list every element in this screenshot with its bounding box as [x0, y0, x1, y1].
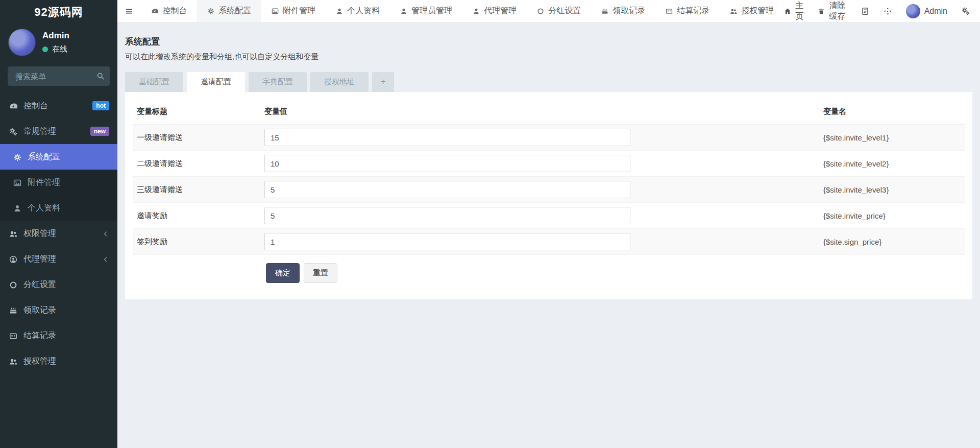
variable-name: {$site.invite_price} — [823, 211, 886, 220]
nav-tab-dividend[interactable]: 分红设置 — [527, 0, 591, 22]
reset-button[interactable]: 重置 — [304, 263, 337, 283]
gauge-icon — [151, 7, 158, 16]
variable-title: 签到奖励 — [133, 229, 260, 255]
hot-badge: hot — [92, 101, 109, 110]
table-row: 一级邀请赠送 {$site.invite_level1} — [133, 125, 965, 151]
chevron-left-icon — [102, 254, 109, 264]
sidebar-item-dashboard[interactable]: 控制台 hot — [0, 93, 117, 119]
nav-tab-admin-manage[interactable]: 管理员管理 — [390, 0, 462, 22]
page-title: 系统配置 — [125, 36, 972, 48]
nav-tab-profile[interactable]: 个人资料 — [326, 0, 390, 22]
variable-title: 三级邀请赠送 — [133, 177, 260, 203]
sidebar: 92源码网 Admin 在线 控制台 hot 常规管理 new — [0, 0, 117, 448]
nav-tab-settlement-records[interactable]: 结算记录 — [655, 0, 720, 22]
tab-content-panel: 变量标题 变量值 变量名 一级邀请赠送 {$site.invite_level1… — [125, 92, 972, 299]
cake-icon — [601, 7, 608, 16]
variable-value-input[interactable] — [264, 181, 630, 198]
tab-invite-config[interactable]: 邀请配置 — [187, 72, 245, 92]
user-icon — [13, 203, 21, 213]
variable-name: {$site.sign_price} — [823, 238, 881, 246]
sidebar-item-attachments[interactable]: 附件管理 — [0, 170, 117, 195]
user-name: Admin — [42, 31, 69, 41]
add-group-tab[interactable]: + — [372, 72, 394, 92]
language-button[interactable] — [861, 7, 869, 16]
table-row: 邀请奖励 {$site.invite_price} — [133, 203, 965, 229]
table-row: 二级邀请赠送 {$site.invite_level2} — [133, 151, 965, 177]
sidebar-menu: 控制台 hot 常规管理 new 系统配置 附件管理 个人资料 权限管理 — [0, 93, 117, 374]
sidebar-item-claim-records[interactable]: 领取记录 — [0, 297, 117, 323]
sidebar-item-profile[interactable]: 个人资料 — [0, 195, 117, 221]
user-icon — [336, 7, 343, 16]
nav-tab-dashboard[interactable]: 控制台 — [141, 0, 197, 22]
gear-icon — [207, 7, 214, 16]
users-icon — [9, 357, 17, 366]
image-icon — [272, 7, 279, 16]
user-panel: Admin 在线 — [0, 25, 117, 63]
table-row: 三级邀请赠送 {$site.invite_level3} — [133, 177, 965, 203]
user-menu[interactable]: Admin — [906, 4, 947, 18]
home-icon — [784, 7, 791, 16]
sidebar-submenu: 系统配置 附件管理 个人资料 — [0, 144, 117, 221]
users-icon — [9, 229, 17, 238]
new-badge: new — [90, 127, 109, 136]
page-subtitle: 可以在此增改系统的变量和分组,也可以自定义分组和变量 — [125, 52, 972, 62]
sidebar-item-authorization[interactable]: 授权管理 — [0, 348, 117, 374]
sidebar-item-system-config[interactable]: 系统配置 — [0, 144, 117, 170]
cogs-icon — [9, 127, 17, 136]
search-icon[interactable] — [96, 71, 105, 80]
user-icon — [473, 7, 480, 16]
column-header-name: 变量名 — [819, 99, 965, 125]
settings-button[interactable] — [962, 7, 970, 16]
column-header-value: 变量值 — [260, 99, 819, 125]
sidebar-item-dividend[interactable]: 分红设置 — [0, 272, 117, 297]
nav-tab-attachments[interactable]: 附件管理 — [261, 0, 326, 22]
sidebar-toggle-button[interactable] — [117, 0, 141, 22]
user-menu-label: Admin — [924, 7, 947, 16]
nav-tab-authorization[interactable]: 授权管理 — [720, 0, 784, 22]
sidebar-item-agents[interactable]: 代理管理 — [0, 246, 117, 272]
language-icon — [861, 7, 869, 16]
trash-icon — [818, 7, 825, 16]
clear-cache-button[interactable]: 清除缓存 — [818, 1, 846, 22]
tab-auth-address[interactable]: 授权地址 — [310, 72, 369, 92]
confirm-button[interactable]: 确定 — [266, 263, 300, 283]
tab-basic-config[interactable]: 基础配置 — [125, 72, 183, 92]
tab-dictionary-config[interactable]: 字典配置 — [249, 72, 307, 92]
card-icon — [9, 331, 17, 340]
variable-value-input[interactable] — [264, 129, 630, 146]
home-link[interactable]: 主页 — [784, 1, 803, 22]
nav-tab-claim-records[interactable]: 领取记录 — [591, 0, 655, 22]
variable-title: 一级邀请赠送 — [133, 125, 260, 151]
user-circle-icon — [9, 254, 17, 264]
search-input[interactable] — [8, 66, 110, 86]
variable-title: 邀请奖励 — [133, 203, 260, 229]
chevron-left-icon — [102, 229, 109, 238]
variable-value-input[interactable] — [264, 155, 630, 172]
table-row: 签到奖励 {$site.sign_price} — [133, 229, 965, 255]
gauge-icon — [9, 101, 17, 110]
variable-value-input[interactable] — [264, 207, 630, 224]
gear-icon — [13, 152, 21, 161]
top-navbar: 控制台 系统配置 附件管理 个人资料 管理员管理 代理管理 分红设置 领取记录 — [117, 0, 980, 22]
avatar — [906, 4, 920, 18]
config-tabs: 基础配置 邀请配置 字典配置 授权地址 + — [125, 72, 972, 92]
nav-tab-system-config[interactable]: 系统配置 — [197, 0, 261, 22]
circle-icon — [9, 280, 17, 289]
nav-tab-agents[interactable]: 代理管理 — [462, 0, 527, 22]
column-header-title: 变量标题 — [133, 99, 260, 125]
variable-name: {$site.invite_level3} — [823, 185, 889, 194]
sidebar-item-permissions[interactable]: 权限管理 — [0, 221, 117, 246]
online-status-label: 在线 — [52, 44, 67, 54]
user-icon — [400, 7, 407, 16]
variable-value-input[interactable] — [264, 233, 630, 250]
variable-name: {$site.invite_level1} — [823, 133, 889, 142]
config-table: 变量标题 变量值 变量名 一级邀请赠送 {$site.invite_level1… — [133, 99, 965, 255]
fullscreen-button[interactable] — [884, 7, 892, 16]
sidebar-item-settlement-records[interactable]: 结算记录 — [0, 323, 117, 348]
sidebar-item-general[interactable]: 常规管理 new — [0, 119, 117, 144]
content-area: 系统配置 可以在此增改系统的变量和分组,也可以自定义分组和变量 基础配置 邀请配… — [117, 22, 980, 448]
cake-icon — [9, 305, 17, 315]
variable-title: 二级邀请赠送 — [133, 151, 260, 177]
card-icon — [666, 7, 673, 16]
circle-icon — [537, 7, 544, 16]
